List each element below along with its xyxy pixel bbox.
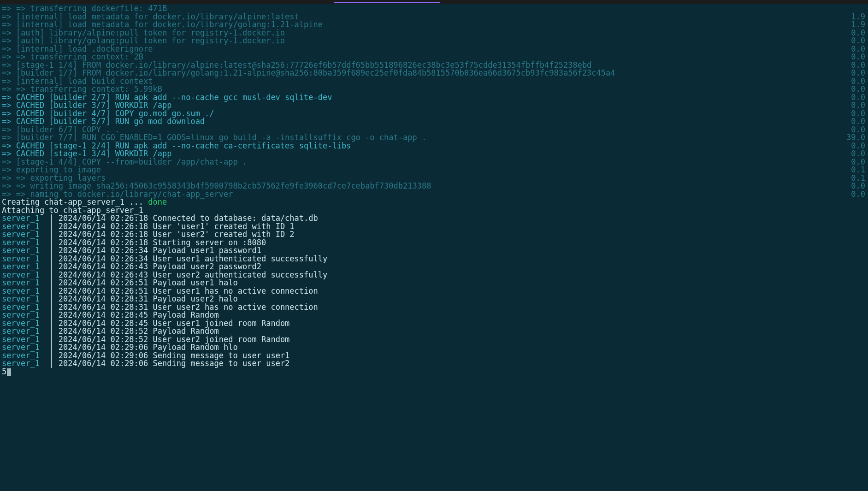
creating-prefix: Creating chat-app_server_1 ... <box>2 197 148 207</box>
build-line: => exporting to image0.1 <box>2 166 866 174</box>
prompt-line[interactable]: 5 <box>2 368 866 376</box>
build-line-time: 0.0 <box>851 69 866 77</box>
build-line: => => transferring context: 5.99kB0.0 <box>2 85 866 94</box>
build-line-time: 39.0 <box>846 134 866 142</box>
log-source: server_1 <box>2 359 40 368</box>
build-line-text: => [builder 7/7] RUN CGO_ENABLED=1 GOOS=… <box>2 134 426 142</box>
terminal-output[interactable]: => => transferring dockerfile: 471B=> [i… <box>0 4 868 378</box>
build-line-time: 0.0 <box>851 101 866 110</box>
build-line: => [builder 1/7] FROM docker.io/library/… <box>2 69 866 77</box>
build-line: => [internal] load metadata for docker.i… <box>2 21 866 29</box>
cursor <box>7 368 11 376</box>
build-line-time: 0.0 <box>851 85 866 94</box>
build-line-text: => CACHED [builder 3/7] WORKDIR /app <box>2 101 171 110</box>
build-line-time: 0.0 <box>851 37 866 45</box>
build-line-time: 0.0 <box>851 53 866 61</box>
build-line-time <box>865 5 866 13</box>
build-line: => [builder 7/7] RUN CGO_ENABLED=1 GOOS=… <box>2 134 866 142</box>
build-line-text: => => transferring context: 2B <box>2 53 143 61</box>
build-line: => => writing image sha256:45063c9558343… <box>2 182 866 190</box>
build-line-text: => [builder 1/7] FROM docker.io/library/… <box>2 69 615 77</box>
log-line: server_1 | 2024/06/14 02:29:06 Sending m… <box>2 360 866 368</box>
build-line-text: => => writing image sha256:45063c9558343… <box>2 182 431 190</box>
log-pipe: | <box>40 359 59 368</box>
build-line: => [stage-1 4/4] COPY --from=builder /ap… <box>2 158 866 166</box>
active-tab-indicator <box>334 2 440 3</box>
build-line-time: 0.0 <box>851 118 866 126</box>
build-line: => => transferring dockerfile: 471B <box>2 5 866 13</box>
build-line-time: 0.0 <box>851 150 866 158</box>
build-line-text: => => transferring dockerfile: 471B <box>2 5 167 13</box>
build-line-text: => CACHED [builder 5/7] RUN go mod downl… <box>2 118 205 126</box>
build-line: => => transferring context: 2B0.0 <box>2 53 866 61</box>
build-line-time: 0.0 <box>851 190 866 199</box>
creating-done: done <box>148 197 167 207</box>
build-line-text: => exporting to image <box>2 166 101 174</box>
build-line: => [auth] library/golang:pull token for … <box>2 37 866 45</box>
build-line-time: 0.0 <box>851 182 866 190</box>
window-titlebar <box>0 0 868 4</box>
build-line-time: 1.9 <box>851 21 866 29</box>
build-line-time: 0.1 <box>851 166 866 174</box>
build-line-text: => CACHED [stage-1 3/4] WORKDIR /app <box>2 150 171 158</box>
compose-creating-line: Creating chat-app_server_1 ... done <box>2 198 866 207</box>
build-line-text: => [auth] library/golang:pull token for … <box>2 37 285 45</box>
build-line: => CACHED [stage-1 3/4] WORKDIR /app0.0 <box>2 150 866 158</box>
build-line-text: => [internal] load metadata for docker.i… <box>2 21 323 29</box>
log-message: 2024/06/14 02:29:06 Sending message to u… <box>59 359 290 368</box>
build-line-text: => => transferring context: 5.99kB <box>2 85 162 94</box>
prompt-char: 5 <box>2 367 6 376</box>
build-line: => CACHED [builder 5/7] RUN go mod downl… <box>2 118 866 126</box>
build-line: => CACHED [builder 3/7] WORKDIR /app0.0 <box>2 101 866 110</box>
